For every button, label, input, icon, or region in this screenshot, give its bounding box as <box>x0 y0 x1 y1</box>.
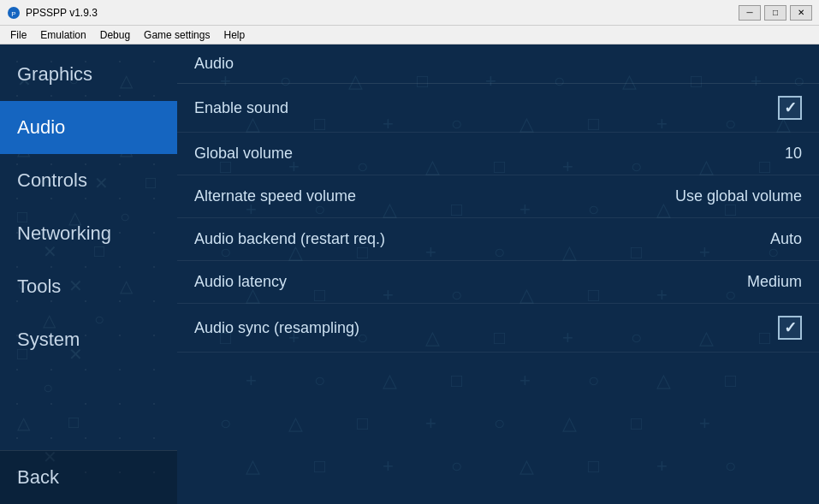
sidebar-item-controls[interactable]: Controls <box>0 154 177 207</box>
setting-audio-latency[interactable]: Audio latency Medium <box>177 261 819 304</box>
main-content: ✕ ○ △ □ ✕ ○ △ □ △ ○ ✕ □ □ △ ○ ✕ □ ○ ✕ △ … <box>0 44 819 504</box>
menu-emulation[interactable]: Emulation <box>33 27 92 43</box>
setting-enable-sound[interactable]: Enable sound <box>177 84 819 133</box>
sidebar-item-system[interactable]: System <box>0 313 177 366</box>
sidebar-item-networking[interactable]: Networking <box>0 207 177 260</box>
menu-game-settings[interactable]: Game settings <box>137 27 217 43</box>
window-controls: ─ □ ✕ <box>739 5 812 21</box>
title-bar-left: P PPSSPP v1.9.3 <box>7 6 98 20</box>
right-panel: + ○ △ □ + ○ △ □ + ○ △ □ + ○ △ □ + ○ △ □ … <box>177 44 819 504</box>
setting-audio-sync[interactable]: Audio sync (resampling) <box>177 304 819 353</box>
title-bar: P PPSSPP v1.9.3 ─ □ ✕ <box>0 0 819 26</box>
close-button[interactable]: ✕ <box>790 5 812 21</box>
panel-content: Audio Enable sound Global volume 10 Alte… <box>177 44 819 353</box>
setting-audio-backend[interactable]: Audio backend (restart req.) Auto <box>177 218 819 261</box>
setting-global-volume[interactable]: Global volume 10 <box>177 133 819 175</box>
setting-value-global-volume: 10 <box>785 145 802 163</box>
setting-value-audio-latency: Medium <box>747 273 802 291</box>
menu-file[interactable]: File <box>3 27 33 43</box>
setting-label-audio-latency: Audio latency <box>194 273 287 291</box>
minimize-button[interactable]: ─ <box>739 5 761 21</box>
window-title: PPSSPP v1.9.3 <box>26 7 98 19</box>
setting-value-audio-backend: Auto <box>770 230 802 248</box>
checkbox-enable-sound[interactable] <box>778 96 802 120</box>
back-button[interactable]: Back <box>0 450 177 504</box>
sidebar: ✕ ○ △ □ ✕ ○ △ □ △ ○ ✕ □ □ △ ○ ✕ □ ○ ✕ △ … <box>0 44 177 504</box>
sidebar-item-tools[interactable]: Tools <box>0 260 177 313</box>
settings-list: Enable sound Global volume 10 Alternate … <box>177 84 819 353</box>
setting-label-audio-backend: Audio backend (restart req.) <box>194 230 385 248</box>
setting-value-alternate-speed-volume: Use global volume <box>675 187 802 205</box>
setting-label-enable-sound: Enable sound <box>194 99 288 117</box>
app-icon: P <box>7 6 21 20</box>
checkbox-audio-sync[interactable] <box>778 316 802 340</box>
panel-header: Audio <box>177 44 819 84</box>
setting-label-audio-sync: Audio sync (resampling) <box>194 319 359 337</box>
sidebar-item-graphics[interactable]: Graphics <box>0 48 177 101</box>
sidebar-nav: Graphics Audio Controls Networking Tools… <box>0 44 177 450</box>
setting-alternate-speed-volume[interactable]: Alternate speed volume Use global volume <box>177 175 819 218</box>
svg-text:P: P <box>11 10 15 18</box>
sidebar-item-audio[interactable]: Audio <box>0 101 177 154</box>
menu-help[interactable]: Help <box>217 27 252 43</box>
menu-bar: File Emulation Debug Game settings Help <box>0 26 819 44</box>
setting-label-global-volume: Global volume <box>194 145 293 163</box>
setting-label-alternate-speed-volume: Alternate speed volume <box>194 187 356 205</box>
menu-debug[interactable]: Debug <box>93 27 137 43</box>
maximize-button[interactable]: □ <box>764 5 786 21</box>
